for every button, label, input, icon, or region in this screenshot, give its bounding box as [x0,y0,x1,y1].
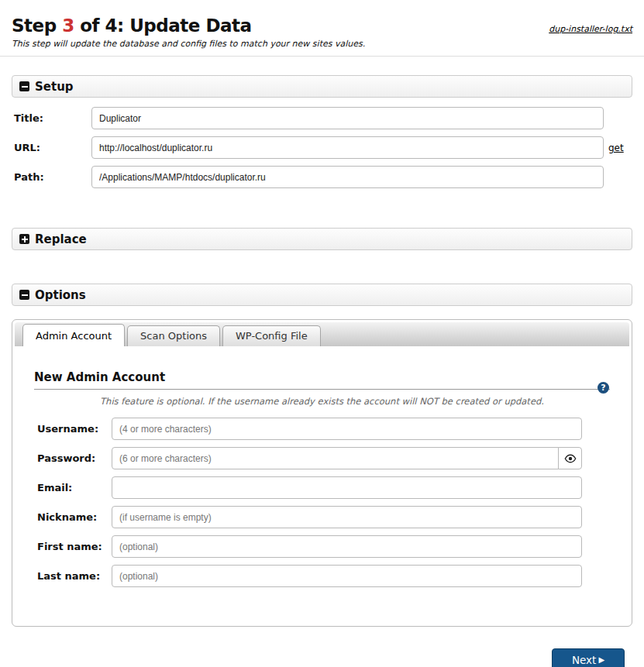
options-section-header[interactable]: Options [12,284,632,306]
collapse-minus-icon [19,81,29,91]
header-divider [0,56,644,57]
tab-scan-options[interactable]: Scan Options [127,325,220,346]
title-input[interactable] [91,107,604,129]
installer-page: Step 3 of 4: Update Data dup-installer-l… [0,0,644,667]
get-link[interactable]: get [608,143,624,153]
title-suffix: of 4: Update Data [74,15,252,36]
first-name-field-row: First name: [34,535,610,558]
spacer [12,195,632,228]
email-input[interactable] [112,476,582,499]
help-icon[interactable]: ? [598,382,609,394]
title-prefix: Step [12,15,62,36]
tab-wp-config-file[interactable]: WP-Config File [222,325,321,346]
page-title: Step 3 of 4: Update Data [12,15,252,36]
username-input[interactable] [112,418,582,440]
first-name-label: First name: [34,541,112,552]
next-button-label: Next [572,654,596,666]
tab-bar: Admin Account Scan Options WP-Config Fil… [15,322,629,346]
setup-form: Title: URL: get Path: [12,107,632,188]
first-name-input[interactable] [112,535,582,558]
path-label: Path: [12,171,91,183]
eye-icon [564,454,577,463]
path-field-row: Path: [12,166,632,188]
setup-section-header[interactable]: Setup [12,75,632,98]
admin-account-note: This feature is optional. If the usernam… [34,396,610,407]
title-field-row: Title: [12,107,632,129]
setup-section-label: Setup [35,80,74,94]
last-name-field-row: Last name: [34,565,610,587]
spacer [12,250,632,284]
last-name-label: Last name: [34,570,112,582]
nickname-input[interactable] [112,506,582,528]
options-tab-panel: Admin Account Scan Options WP-Config Fil… [12,319,632,627]
url-field-row: URL: get [12,136,632,159]
next-button[interactable]: Next ▶ [552,648,625,667]
header: Step 3 of 4: Update Data dup-installer-l… [12,0,632,36]
email-field-row: Email: [34,476,610,499]
password-visibility-toggle-button[interactable] [558,447,582,469]
dup-installer-log-link[interactable]: dup-installer-log.txt [549,24,632,34]
url-input[interactable] [91,136,604,159]
title-label: Title: [12,112,91,124]
expand-plus-icon [19,234,29,244]
replace-section-label: Replace [35,232,87,246]
replace-section-header[interactable]: Replace [12,228,632,250]
tab-admin-account[interactable]: Admin Account [22,324,125,346]
email-label: Email: [34,482,112,493]
new-admin-account-heading: New Admin Account [34,370,610,390]
footer: Next ▶ [12,648,632,667]
password-input[interactable] [112,447,559,469]
admin-account-form: Username: Password: Email: [34,418,610,587]
password-label: Password: [34,452,112,464]
options-section-label: Options [35,288,86,302]
collapse-minus-icon [19,290,29,300]
url-label: URL: [12,142,91,153]
username-field-row: Username: [34,418,610,440]
nickname-label: Nickname: [34,511,112,523]
nickname-field-row: Nickname: [34,506,610,528]
step-number: 3 [62,15,74,36]
admin-account-tab-content: ? New Admin Account This feature is opti… [15,370,629,587]
username-label: Username: [34,423,112,435]
step-subtitle: This step will update the database and c… [12,39,632,49]
password-field-row: Password: [34,447,610,469]
path-input[interactable] [91,166,604,188]
last-name-input[interactable] [112,565,582,587]
next-arrow-icon: ▶ [598,656,604,664]
